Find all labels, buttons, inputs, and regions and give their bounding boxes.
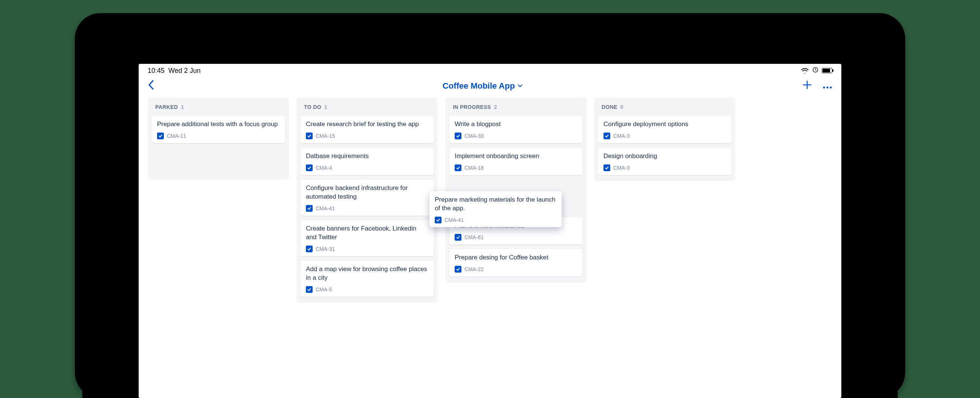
- screen: 10:45 Wed 2 Jun: [138, 64, 842, 398]
- add-button[interactable]: [802, 80, 812, 92]
- ipad-device-frame: 10:45 Wed 2 Jun: [75, 13, 905, 398]
- card-key: CMA-33: [465, 133, 484, 139]
- task-type-icon: [455, 234, 461, 241]
- status-time: 10:45: [148, 67, 165, 75]
- svg-point-3: [830, 86, 832, 88]
- card-title: Configure backend infrastructure for aut…: [306, 184, 428, 201]
- task-type-icon: [306, 165, 313, 171]
- card-key: CMA-3: [613, 133, 630, 139]
- board-card[interactable]: Configure deployment optionsCMA-3: [598, 115, 732, 143]
- back-button[interactable]: [148, 79, 163, 92]
- column-count: 1: [324, 104, 327, 110]
- board-column[interactable]: TO DO1Create research brief for testing …: [296, 97, 438, 303]
- card-key: CMA-31: [316, 246, 335, 252]
- card-meta: CMA-3: [603, 133, 726, 139]
- board-title-dropdown[interactable]: Coffee Mobile App: [163, 81, 802, 91]
- status-date: Wed 2 Jun: [169, 67, 200, 75]
- card-title: Prepare desing for Coffee basket: [455, 254, 577, 262]
- card-title: Implement onboarding screen: [455, 152, 577, 161]
- card-key: CMA-4: [316, 165, 332, 171]
- board-card[interactable]: Implement onboarding screenCMA-18: [449, 147, 583, 175]
- task-type-icon: [603, 133, 610, 139]
- task-type-icon: [455, 266, 461, 273]
- task-type-icon: [306, 205, 313, 212]
- task-type-icon: [455, 133, 461, 139]
- card-meta: CMA-11: [157, 133, 280, 139]
- card-key: CMA-11: [167, 133, 186, 139]
- nav-bar: Coffee Mobile App: [138, 75, 842, 97]
- card-key: CMA-5: [316, 287, 332, 292]
- card-key: CMA-61: [465, 234, 484, 240]
- column-title: PARKED: [155, 104, 178, 110]
- card-meta: CMA-33: [455, 133, 577, 139]
- card-meta: CMA-4: [306, 165, 428, 171]
- column-title: IN PROGRESS: [453, 104, 491, 110]
- column-header: TO DO1: [300, 102, 434, 111]
- board-column[interactable]: PARKED1Prepare additional tests with a f…: [148, 97, 289, 180]
- card-title: Design onboarding: [603, 152, 726, 161]
- card-title: Prepare additional tests with a focus gr…: [157, 120, 280, 129]
- card-key: CMA-15: [316, 133, 335, 139]
- card-title: Create research brief for testing the ap…: [306, 120, 428, 129]
- board-card[interactable]: Datbase requirementsCMA-4: [300, 147, 434, 175]
- card-meta: CMA-18: [455, 165, 577, 171]
- card-title: Add a map view for browsing coffee place…: [306, 265, 428, 282]
- board-card[interactable]: Prepare additional tests with a focus gr…: [151, 115, 285, 143]
- board-card[interactable]: Write a blogpostCMA-33: [449, 115, 583, 143]
- column-title: DONE: [601, 104, 617, 110]
- card-meta: CMA-31: [306, 246, 428, 252]
- card-title: Write a blogpost: [455, 120, 577, 129]
- task-type-icon: [157, 133, 164, 139]
- wifi-icon: [801, 68, 809, 74]
- board-card[interactable]: Design onboardingCMA-3: [598, 147, 732, 175]
- task-type-icon: [603, 165, 610, 171]
- board-card[interactable]: Prepare desing for Coffee basketCMA-22: [449, 249, 583, 277]
- column-header: PARKED1: [151, 102, 285, 111]
- card-key: CMA-3: [613, 165, 630, 171]
- task-type-icon: [455, 165, 461, 171]
- more-button[interactable]: [822, 81, 832, 91]
- card-key: CMA-41: [444, 217, 464, 223]
- battery-icon: [822, 68, 832, 73]
- task-type-icon: [306, 286, 313, 293]
- card-meta: CMA-15: [306, 133, 428, 139]
- column-title: TO DO: [304, 104, 321, 110]
- board-column[interactable]: DONE0Configure deployment optionsCMA-3De…: [594, 97, 735, 181]
- column-header: IN PROGRESS2: [449, 102, 583, 111]
- card-key: CMA-41: [316, 205, 335, 211]
- card-title: Create banners for Facebook, Linkedin an…: [306, 225, 428, 242]
- column-count: 2: [494, 104, 497, 110]
- card-meta: CMA-5: [306, 286, 428, 293]
- card-meta: CMA-3: [603, 165, 726, 171]
- svg-point-2: [826, 86, 828, 88]
- kanban-board[interactable]: PARKED1Prepare additional tests with a f…: [138, 97, 842, 397]
- card-meta: CMA-61: [455, 234, 577, 241]
- svg-point-1: [823, 86, 825, 88]
- card-title: Datbase requirements: [306, 152, 428, 161]
- task-type-icon: [435, 217, 442, 224]
- board-card[interactable]: Create banners for Facebook, Linkedin an…: [300, 220, 434, 257]
- column-count: 0: [620, 104, 624, 110]
- card-title: Prepare marketing materials for the laun…: [435, 196, 557, 213]
- dragging-card[interactable]: Prepare marketing materials for the laun…: [430, 191, 562, 227]
- task-type-icon: [306, 133, 313, 139]
- sync-icon: [812, 67, 819, 75]
- ipad-status-bar: 10:45 Wed 2 Jun: [138, 64, 842, 75]
- card-key: CMA-22: [465, 266, 484, 272]
- board-card[interactable]: Configure backend infrastructure for aut…: [300, 179, 434, 216]
- card-key: CMA-18: [465, 165, 484, 171]
- board-title: Coffee Mobile App: [443, 81, 515, 91]
- board-card[interactable]: Create research brief for testing the ap…: [300, 115, 434, 143]
- board-card[interactable]: Add a map view for browsing coffee place…: [300, 260, 434, 297]
- board-column[interactable]: IN PROGRESS2Write a blogpostCMA-33Implem…: [445, 97, 587, 283]
- card-meta: CMA-41: [306, 205, 428, 212]
- column-header: DONE0: [598, 102, 732, 111]
- card-title: Configure deployment options: [603, 120, 726, 129]
- card-meta: CMA-41: [435, 217, 557, 224]
- column-count: 1: [181, 104, 184, 110]
- card-meta: CMA-22: [455, 266, 577, 273]
- task-type-icon: [306, 246, 313, 252]
- chevron-down-icon: [518, 83, 522, 89]
